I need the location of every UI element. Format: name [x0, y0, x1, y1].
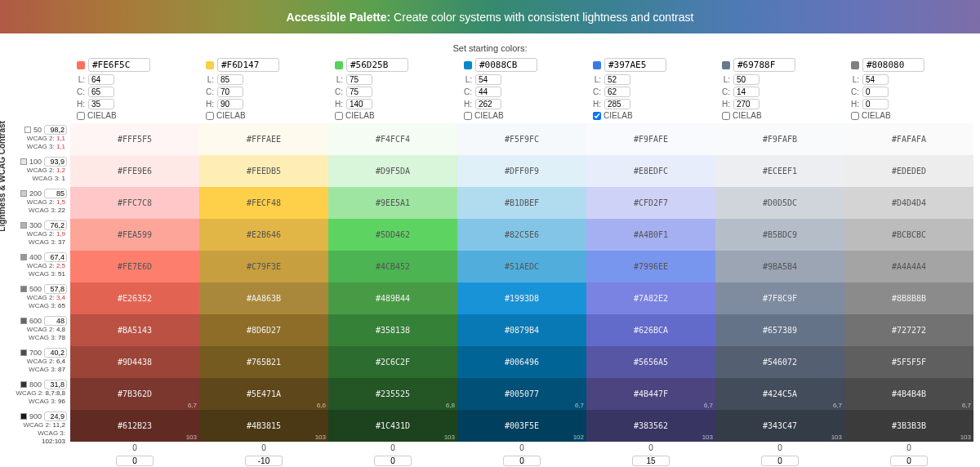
- lch-input-c[interactable]: [475, 87, 501, 97]
- footer-input[interactable]: [761, 456, 799, 466]
- color-cell[interactable]: #F5F9FC: [457, 123, 586, 155]
- color-cell[interactable]: #E8EDFC: [586, 155, 715, 187]
- color-cell[interactable]: #E26352: [70, 282, 199, 314]
- lch-input-c[interactable]: [217, 87, 243, 97]
- lch-input-c[interactable]: [604, 87, 630, 97]
- lightness-input[interactable]: [44, 348, 67, 358]
- hex-input[interactable]: [604, 58, 666, 72]
- lch-input-h[interactable]: [604, 99, 630, 109]
- color-cell[interactable]: #7996EE: [586, 251, 715, 282]
- lch-input-c[interactable]: [862, 87, 889, 97]
- color-cell[interactable]: #5DD462: [328, 219, 457, 251]
- color-cell[interactable]: #5E471A6,6: [199, 378, 328, 410]
- color-cell[interactable]: #7F8C9F: [715, 282, 844, 314]
- color-cell[interactable]: #B5BDC9: [715, 219, 844, 251]
- color-cell[interactable]: #F9FAFB: [715, 123, 844, 155]
- color-cell[interactable]: #0050776,7: [457, 378, 586, 410]
- lch-input-l[interactable]: [604, 74, 630, 85]
- color-cell[interactable]: #383562103: [586, 410, 715, 442]
- color-cell[interactable]: #FFE9E6: [70, 155, 199, 187]
- color-cell[interactable]: #626BCA: [586, 314, 715, 346]
- lch-input-h[interactable]: [862, 99, 889, 109]
- color-cell[interactable]: #FE7E6D: [70, 251, 199, 282]
- color-cell[interactable]: #612B23103: [70, 410, 199, 442]
- lch-input-h[interactable]: [733, 99, 760, 109]
- color-cell[interactable]: #343C47103: [715, 410, 844, 442]
- cielab-checkbox[interactable]: [593, 112, 601, 120]
- lch-input-l[interactable]: [475, 74, 501, 85]
- color-cell[interactable]: #4CB452: [328, 251, 457, 282]
- hex-input[interactable]: [88, 58, 150, 72]
- color-cell[interactable]: #A4B0F1: [586, 219, 715, 251]
- color-cell[interactable]: #9BA5B4: [715, 251, 844, 282]
- color-cell[interactable]: #424C5A6,7: [715, 378, 844, 410]
- footer-input[interactable]: [116, 456, 154, 466]
- lightness-input[interactable]: [44, 189, 67, 198]
- color-cell[interactable]: #FFF5F5: [70, 123, 199, 155]
- lightness-input[interactable]: [44, 252, 67, 262]
- color-cell[interactable]: #5656A5: [586, 346, 715, 378]
- color-cell[interactable]: #AA863B: [199, 282, 328, 314]
- cielab-checkbox[interactable]: [464, 112, 472, 120]
- cielab-checkbox[interactable]: [335, 112, 343, 120]
- color-cell[interactable]: #BCBCBC: [844, 219, 973, 251]
- color-cell[interactable]: #FFFAEE: [199, 123, 328, 155]
- color-cell[interactable]: #F4FCF4: [328, 123, 457, 155]
- color-cell[interactable]: #0879B4: [457, 314, 586, 346]
- lch-input-h[interactable]: [88, 99, 114, 109]
- color-cell[interactable]: #727272: [844, 314, 973, 346]
- color-cell[interactable]: #FEA599: [70, 219, 199, 251]
- footer-input[interactable]: [503, 456, 541, 466]
- color-cell[interactable]: #4B447F6,7: [586, 378, 715, 410]
- color-cell[interactable]: #FEEDB5: [199, 155, 328, 187]
- footer-input[interactable]: [245, 456, 283, 466]
- color-cell[interactable]: #51AEDC: [457, 251, 586, 282]
- color-cell[interactable]: #8B8B8B: [844, 282, 973, 314]
- lch-input-h[interactable]: [217, 99, 243, 109]
- lch-input-c[interactable]: [88, 87, 114, 97]
- lch-input-c[interactable]: [346, 87, 372, 97]
- color-cell[interactable]: #A4A4A4: [844, 251, 973, 282]
- color-cell[interactable]: #1993D8: [457, 282, 586, 314]
- lightness-input[interactable]: [44, 411, 67, 421]
- color-cell[interactable]: #F9FAFE: [586, 123, 715, 155]
- color-cell[interactable]: #657389: [715, 314, 844, 346]
- color-cell[interactable]: #BA5143: [70, 314, 199, 346]
- color-cell[interactable]: #4B3815103: [199, 410, 328, 442]
- color-cell[interactable]: #489B44: [328, 282, 457, 314]
- color-cell[interactable]: #765B21: [199, 346, 328, 378]
- color-cell[interactable]: #8D6D27: [199, 314, 328, 346]
- cielab-checkbox[interactable]: [206, 112, 214, 120]
- color-cell[interactable]: #CFD2F7: [586, 187, 715, 219]
- color-cell[interactable]: #B1DBEF: [457, 187, 586, 219]
- color-cell[interactable]: #003F5E102: [457, 410, 586, 442]
- color-cell[interactable]: #D0D5DC: [715, 187, 844, 219]
- lch-input-l[interactable]: [862, 74, 889, 85]
- color-cell[interactable]: #ECEEF1: [715, 155, 844, 187]
- color-cell[interactable]: #2355256,8: [328, 378, 457, 410]
- color-cell[interactable]: #FAFAFA: [844, 123, 973, 155]
- cielab-checkbox[interactable]: [851, 112, 859, 120]
- color-cell[interactable]: #2C6C2F: [328, 346, 457, 378]
- hex-input[interactable]: [346, 58, 408, 72]
- footer-input[interactable]: [632, 456, 670, 466]
- color-cell[interactable]: #5F5F5F: [844, 346, 973, 378]
- color-cell[interactable]: #FECF48: [199, 187, 328, 219]
- lch-input-l[interactable]: [88, 74, 114, 85]
- footer-input[interactable]: [374, 456, 412, 466]
- color-cell[interactable]: #9EE5A1: [328, 187, 457, 219]
- color-cell[interactable]: #006496: [457, 346, 586, 378]
- color-cell[interactable]: #E2B646: [199, 219, 328, 251]
- color-cell[interactable]: #3B3B3B103: [844, 410, 973, 442]
- lightness-input[interactable]: [44, 125, 67, 135]
- color-cell[interactable]: #82C5E6: [457, 219, 586, 251]
- color-cell[interactable]: #7A82E2: [586, 282, 715, 314]
- lch-input-h[interactable]: [346, 99, 372, 109]
- lch-input-c[interactable]: [733, 87, 760, 97]
- lch-input-h[interactable]: [475, 99, 501, 109]
- color-cell[interactable]: #C79F3E: [199, 251, 328, 282]
- color-cell[interactable]: #9D4438: [70, 346, 199, 378]
- color-cell[interactable]: #4B4B4B6,7: [844, 378, 973, 410]
- cielab-checkbox[interactable]: [77, 112, 85, 120]
- color-cell[interactable]: #358138: [328, 314, 457, 346]
